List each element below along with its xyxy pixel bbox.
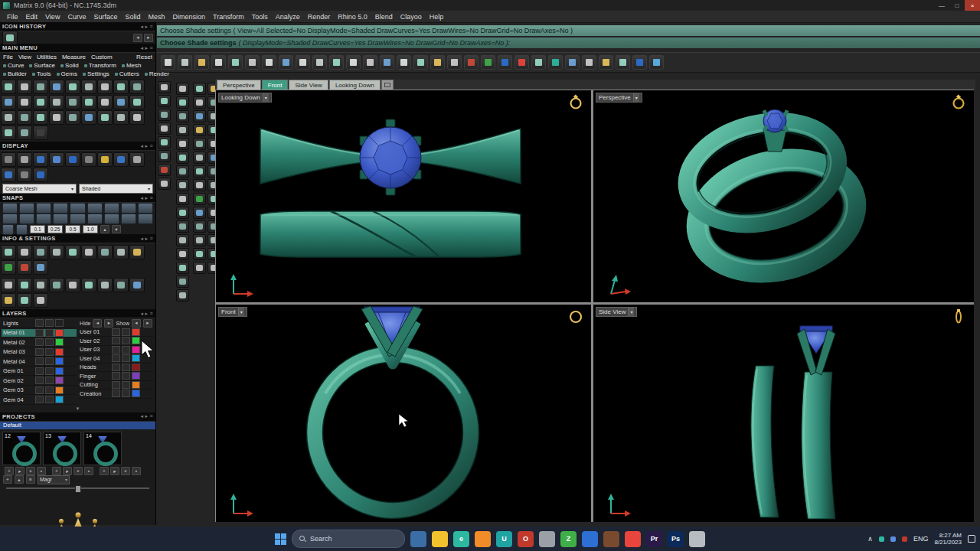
menu-item[interactable]: Dimension [168, 13, 209, 21]
toolbar-icon[interactable] [279, 55, 293, 70]
tool-icon[interactable] [1, 80, 16, 94]
layer-lock-toggle[interactable] [122, 354, 130, 362]
taskbar-app-icon[interactable]: Pr [646, 531, 662, 547]
info-icon[interactable] [65, 278, 80, 292]
project-up-button[interactable]: ▴ [15, 475, 24, 484]
snap-value-field[interactable]: 0.5 [65, 225, 80, 233]
layer-row[interactable]: Lights [2, 319, 77, 328]
info-icon[interactable] [17, 293, 32, 308]
info-icon[interactable] [49, 245, 64, 259]
display-mode-icon[interactable] [65, 152, 80, 167]
header-controls[interactable]: ◂ ▸ ≡ [140, 143, 153, 149]
layer-lock-toggle[interactable] [45, 367, 54, 375]
info-icon[interactable] [113, 278, 129, 292]
toolbar-icon[interactable] [548, 55, 563, 70]
layer-visibility-toggle[interactable] [35, 338, 44, 346]
snap-button[interactable] [70, 214, 85, 224]
thumbnail-control-button[interactable]: ▸ [15, 467, 24, 475]
layer-lock-toggle[interactable] [45, 377, 54, 384]
info-icon[interactable] [1, 260, 16, 275]
layer-color-chip[interactable] [132, 381, 140, 389]
magr-dropdown[interactable]: Magr ▾ [38, 475, 70, 484]
viewport-tab-front[interactable]: Front [262, 80, 289, 90]
side-tool-icon[interactable] [193, 207, 206, 219]
toolbar-icon[interactable] [616, 55, 630, 70]
info-icon[interactable] [17, 245, 32, 259]
side-tool-icon[interactable] [176, 289, 189, 302]
layer-row[interactable]: Gem 03 [2, 386, 77, 396]
tool-icon[interactable] [1, 95, 16, 109]
tool-icon[interactable] [49, 80, 64, 94]
side-tool-icon[interactable] [193, 96, 206, 109]
layer-lock-toggle[interactable] [45, 348, 54, 356]
thumbnail-control-button[interactable]: ▸ [110, 467, 119, 475]
toolbar-icon[interactable] [498, 55, 512, 70]
snap-button[interactable] [2, 214, 18, 224]
close-button[interactable]: × [965, 0, 980, 11]
side-tool-icon[interactable] [176, 220, 189, 233]
tool-icon[interactable] [113, 95, 129, 109]
project-thumbnail[interactable]: 13 [43, 432, 81, 465]
layer-color-chip[interactable] [132, 337, 140, 344]
info-icon[interactable] [17, 260, 32, 275]
main-menu-tab[interactable]: Builder [3, 70, 27, 77]
layer-visibility-toggle[interactable] [112, 337, 120, 344]
layer-lock-toggle[interactable] [45, 386, 54, 394]
project-thumbnail[interactable]: 12 [2, 432, 41, 465]
tray-app-icon[interactable] [879, 536, 884, 542]
snap-button[interactable] [104, 214, 119, 224]
side-tool-icon[interactable] [193, 179, 206, 191]
layer-color-chip[interactable] [132, 390, 140, 397]
viewport-label-dropdown[interactable]: Looking Down ▾ [218, 93, 272, 103]
side-tool-icon[interactable] [176, 96, 189, 109]
main-menu-tab[interactable]: Settings [83, 70, 109, 77]
tool-icon[interactable] [33, 80, 48, 94]
viewport-perspective[interactable]: Perspective ▾ [593, 90, 974, 302]
history-prev-button[interactable]: ◂ [133, 34, 142, 42]
main-menu-tab[interactable]: Surface [29, 62, 55, 69]
side-tool-icon[interactable] [158, 81, 171, 93]
thumbnail-control-button[interactable]: ▸ [63, 467, 72, 475]
viewport-tab-perspective[interactable]: Perspective [217, 80, 261, 90]
taskbar-app-icon[interactable]: O [518, 531, 534, 547]
main-menu-tab[interactable]: Gems [57, 70, 77, 77]
info-icon[interactable] [33, 293, 48, 308]
tool-icon[interactable] [129, 95, 145, 109]
projects-slider[interactable] [6, 487, 149, 489]
toolbar-icon[interactable] [430, 55, 445, 70]
menu-item[interactable]: Surface [90, 13, 121, 21]
snap-button[interactable] [36, 203, 51, 214]
taskbar-app-icon[interactable]: e [453, 531, 469, 547]
toolbar-icon[interactable] [178, 55, 192, 70]
layer-visibility-toggle[interactable] [35, 386, 44, 394]
history-next-button[interactable]: ▸ [144, 34, 153, 42]
tool-icon[interactable] [33, 110, 48, 125]
toolbar-icon[interactable] [531, 55, 546, 70]
menu-item[interactable]: Rhino 5.0 [334, 13, 371, 21]
tool-icon[interactable] [17, 95, 32, 109]
side-tool-icon[interactable] [158, 109, 171, 121]
project-grid-button[interactable]: ≡ [26, 475, 35, 484]
side-tool-icon[interactable] [176, 193, 189, 205]
side-tool-icon[interactable] [193, 110, 206, 122]
tool-icon[interactable] [17, 126, 32, 140]
layer-color-chip[interactable] [55, 386, 64, 394]
toolbar-icon[interactable] [346, 55, 361, 70]
taskbar-app-icon[interactable]: U [496, 531, 512, 547]
layer-row[interactable]: Metal 02 [2, 338, 77, 347]
layer-visibility-toggle[interactable] [112, 381, 120, 389]
toolbar-icon[interactable] [632, 55, 647, 70]
tool-icon[interactable] [129, 110, 145, 125]
side-tool-icon[interactable] [193, 152, 206, 164]
layer-color-chip[interactable] [132, 328, 140, 336]
toolbar-icon[interactable] [296, 55, 310, 70]
thumbnail-control-button[interactable]: ▪ [132, 467, 141, 475]
minimize-button[interactable]: — [934, 0, 949, 11]
maximize-button[interactable]: □ [949, 0, 965, 11]
side-tool-icon[interactable] [193, 165, 206, 178]
toolbar-icon[interactable] [194, 55, 209, 70]
project-add-button[interactable]: + [3, 475, 12, 484]
menu-item[interactable]: Curve [64, 13, 90, 21]
taskbar-app-icon[interactable] [625, 531, 641, 547]
layer-visibility-toggle[interactable] [112, 390, 120, 397]
